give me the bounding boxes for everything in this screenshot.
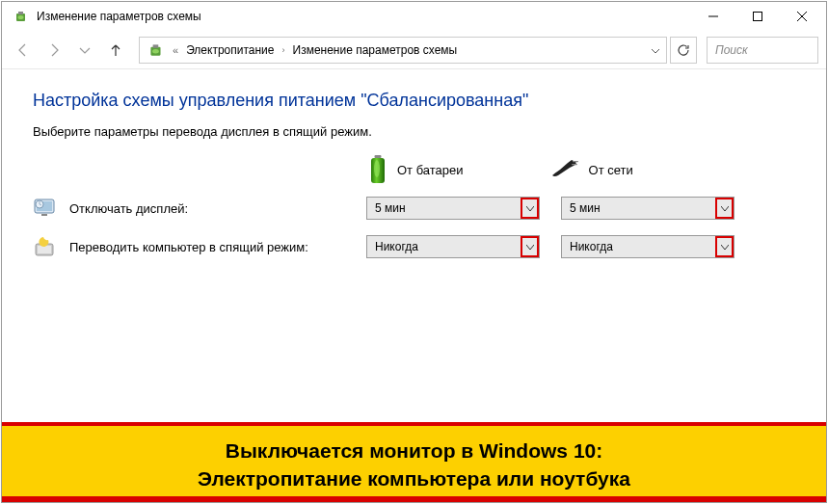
display-off-label: Отключать дисплей:: [69, 201, 366, 216]
svg-point-2: [18, 15, 24, 19]
chevron-right-icon: ›: [279, 45, 289, 55]
battery-icon: [366, 154, 389, 185]
display-off-plugged-dropdown[interactable]: 5 мин: [561, 197, 735, 220]
chevron-down-icon: [521, 236, 539, 257]
refresh-button[interactable]: [670, 37, 697, 64]
breadcrumb-power[interactable]: Электропитание: [186, 43, 274, 57]
columns-header: От батареи От сети: [366, 154, 795, 185]
titlebar: Изменение параметров схемы: [2, 2, 826, 31]
nav-forward-button[interactable]: [40, 37, 67, 64]
minimize-button[interactable]: [691, 2, 735, 31]
battery-column-label: От батареи: [397, 163, 464, 177]
display-off-battery-dropdown[interactable]: 5 мин: [366, 197, 540, 220]
breadcrumb-first-chevron: «: [173, 44, 182, 56]
nav-back-button[interactable]: [10, 37, 37, 64]
close-button[interactable]: [780, 2, 824, 31]
window-title: Изменение параметров схемы: [37, 10, 691, 23]
page-heading: Настройка схемы управления питанием "Сба…: [33, 91, 795, 111]
chevron-down-icon: [715, 236, 734, 257]
nav-up-button[interactable]: [102, 37, 129, 64]
plugged-column-label: От сети: [589, 163, 633, 177]
chevron-down-icon[interactable]: [649, 43, 662, 57]
sleep-battery-value: Никогда: [375, 240, 418, 253]
banner-line2: Электропитание компьютера или ноутбука: [21, 465, 807, 492]
svg-point-12: [374, 160, 380, 177]
window-controls: [691, 2, 824, 31]
svg-rect-22: [38, 246, 51, 253]
sleep-row: Переводить компьютер в спящий режим: Ник…: [33, 235, 795, 258]
sleep-battery-dropdown[interactable]: Никогда: [366, 235, 540, 258]
plug-icon: [550, 158, 581, 181]
svg-rect-8: [153, 44, 159, 47]
window: Изменение параметров схемы « Электропита…: [1, 1, 827, 503]
svg-rect-1: [18, 12, 23, 14]
sleep-plugged-dropdown[interactable]: Никогда: [561, 235, 735, 258]
sleep-label: Переводить компьютер в спящий режим:: [69, 240, 366, 254]
nav-history-button[interactable]: [71, 37, 98, 64]
navbar: « Электропитание › Изменение параметров …: [2, 31, 826, 69]
search-placeholder: Поиск: [715, 43, 748, 57]
banner-top-stripe: [2, 422, 826, 426]
chevron-down-icon: [521, 198, 539, 219]
svg-rect-4: [754, 13, 762, 21]
sleep-icon: [33, 235, 56, 258]
page-subtext: Выберите параметры перевода дисплея в сп…: [33, 124, 795, 139]
display-off-battery-value: 5 мин: [375, 201, 406, 215]
monitor-icon: [33, 197, 56, 220]
svg-point-9: [152, 48, 159, 53]
display-off-plugged-value: 5 мин: [570, 201, 601, 215]
breadcrumb-edit-plan[interactable]: Изменение параметров схемы: [293, 43, 458, 57]
sleep-plugged-value: Никогда: [570, 240, 613, 253]
maximize-button[interactable]: [735, 2, 780, 31]
content-area: Настройка схемы управления питанием "Сба…: [2, 69, 826, 283]
svg-rect-10: [375, 155, 382, 158]
banner-line1: Выключается монитор в Windows 10:: [21, 438, 807, 464]
app-icon: [13, 9, 29, 24]
annotation-banner: Выключается монитор в Windows 10: Электр…: [2, 426, 826, 502]
battery-column-header: От батареи: [366, 154, 464, 185]
banner-bottom-stripe: [2, 496, 826, 502]
svg-rect-17: [41, 214, 47, 216]
breadcrumb-app-icon: [147, 41, 165, 59]
search-input[interactable]: Поиск: [707, 37, 818, 64]
display-off-row: Отключать дисплей: 5 мин 5 мин: [33, 197, 795, 220]
breadcrumb[interactable]: « Электропитание › Изменение параметров …: [139, 37, 667, 64]
svg-rect-13: [573, 161, 578, 162]
chevron-down-icon: [715, 198, 734, 219]
svg-rect-14: [572, 164, 577, 165]
plugged-column-header: От сети: [550, 158, 633, 181]
